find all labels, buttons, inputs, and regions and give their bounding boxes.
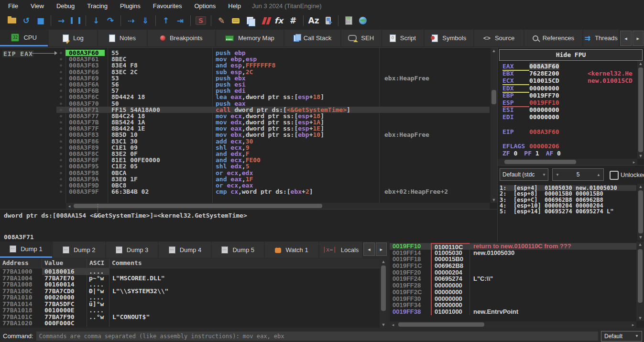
column-header-address[interactable]: Address — [0, 259, 42, 268]
stack-horizontal-scrollbar[interactable]: ◂ ▸ — [390, 321, 636, 328]
disasm-horizontal-scrollbar[interactable]: ◂ — [66, 203, 490, 209]
dump-row[interactable]: 77BA1020000F000C — [0, 320, 380, 327]
toolbar-button-function[interactable]: fx — [272, 14, 286, 27]
disasm-row[interactable]: ●008A3F71FF15 54A18A00call dword ptr ds:… — [56, 107, 490, 113]
tab-watch1[interactable]: Watch 1 — [265, 242, 318, 258]
arguments-vertical-scrollbar[interactable]: ▲ ▼ — [637, 184, 644, 240]
tab-script[interactable]: {}Script — [382, 30, 424, 46]
register-row[interactable]: EAX008A3F60 — [502, 63, 636, 70]
registers-horizontal-scrollbar[interactable]: ▸ — [498, 159, 637, 165]
disasm-row[interactable]: ●008A3F6A56push esi — [56, 81, 490, 88]
breakpoint-dot[interactable]: ● — [56, 188, 65, 195]
disasm-row[interactable]: ●008A3F6383E4 F8and esp,FFFFFFF8 — [56, 62, 490, 68]
tab-dump1[interactable]: Dump 1 — [0, 242, 52, 258]
dump-row[interactable]: 77BA100C77BA7CD0Ð|°wL"\\SYSTEM32\\" — [0, 288, 380, 295]
stack-row[interactable]: 0019FF2C00000000 — [390, 289, 636, 296]
toolbar-button-assemble[interactable]: Aᴢ — [306, 14, 321, 27]
register-row[interactable]: ZF 0PF 1AF 0 — [502, 150, 636, 157]
breakpoint-dot[interactable]: ● — [56, 132, 65, 138]
register-row[interactable]: EBX7628E200<kernel32.He — [502, 70, 636, 77]
dump-tab-scroll-right-button[interactable]: ▸ — [376, 243, 387, 256]
breakpoint-dot[interactable]: ● — [56, 69, 65, 75]
breakpoint-dot[interactable]: ● — [56, 144, 65, 151]
disasm-row[interactable]: ●008A3F6953push ebxebx:HeapFree — [56, 75, 490, 81]
menu-item-file[interactable]: File — [2, 1, 24, 11]
disassembly-pane[interactable]: EIP EAX ●008A3F6055push ebp●008A3F618BEC… — [0, 47, 497, 209]
tab-scroll-right-button[interactable]: ▸ — [633, 31, 644, 46]
tab-threads[interactable]: ⇉Threads — [583, 30, 619, 46]
tab-dump4[interactable]: Dump 4 — [159, 242, 211, 258]
toolbar-button-bookmark[interactable] — [257, 14, 272, 27]
breakpoint-dot[interactable]: ● — [56, 151, 65, 157]
unlocked-checkbox[interactable] — [610, 171, 619, 180]
dump-row[interactable]: 77BA101C77BA7F90..°wL"CONOUT$" — [0, 314, 380, 320]
toolbar-button-globe[interactable] — [356, 14, 370, 27]
disasm-row[interactable]: ●008A3F95C1E2 05shl edx,5 — [56, 163, 490, 169]
toolbar-button-execute-till-return[interactable]: ↑ — [159, 14, 173, 27]
disasm-row[interactable]: ●008A3F6C8D4424 18lea eax,dword ptr ss:[… — [56, 94, 490, 100]
menu-item-tracing[interactable]: Tracing — [81, 1, 114, 11]
toolbar-button-label[interactable] — [243, 14, 257, 27]
disasm-row[interactable]: ●008A3F8683C1 30add ecx,30 — [56, 138, 490, 144]
stack-row[interactable]: 0019FF1C006962B8 — [390, 263, 636, 269]
register-row[interactable]: ESP0019FF10 — [502, 99, 636, 106]
dump-row[interactable]: 77BA100477BA7E70p~°wL"MSCOREE.DLL" — [0, 275, 380, 282]
registers-pane[interactable]: Hide FPU EAX008A3F60EBX7628E200<kernel32… — [497, 47, 644, 165]
argument-row[interactable]: 3: [esp+C] 006962B8 006962B8 — [500, 197, 636, 203]
breakpoint-dot[interactable]: ● — [56, 75, 65, 81]
tab-dump5[interactable]: Dump 5 — [212, 242, 264, 258]
toolbar-button-step-over[interactable]: ↷ — [103, 14, 118, 27]
command-profile-dropdown[interactable]: Default ▼ — [601, 331, 642, 342]
dump-vertical-scrollbar[interactable]: ▲ ▼ — [380, 259, 387, 328]
stack-row[interactable]: 0019FF2400695274L"C:\\" — [390, 276, 636, 282]
breakpoint-dot[interactable]: ● — [56, 163, 65, 169]
spinner-down-icon[interactable]: ▼ — [556, 173, 559, 177]
stack-row[interactable]: 0019FF3000000000 — [390, 296, 636, 302]
tab-dump3[interactable]: Dump 3 — [106, 242, 158, 258]
tab-log[interactable]: Log — [49, 30, 97, 46]
tab-locals[interactable]: |x=|Locals — [319, 242, 362, 258]
register-row[interactable]: EBP0019FF70 — [502, 92, 636, 99]
breakpoint-dot[interactable]: ● — [56, 138, 65, 144]
dump-pane[interactable]: Dump 1Dump 2Dump 3Dump 4Dump 5Watch 1|x=… — [0, 242, 387, 328]
spinner-up-icon[interactable]: ▲ — [597, 173, 600, 177]
menu-item-view[interactable]: View — [24, 1, 50, 11]
dump-row[interactable]: 77BA101000020000.... — [0, 294, 380, 301]
argument-row[interactable]: 5: [esp+14] 00695274 00695274 L" — [500, 209, 636, 214]
breakpoint-dot[interactable]: ● — [56, 100, 65, 107]
stack-pane[interactable]: 0019FF100100110Creturn to new.0100110C f… — [390, 242, 644, 328]
breakpoint-dot[interactable]: ● — [56, 56, 65, 62]
dump-row[interactable]: 77BA100000180016.... — [0, 268, 380, 275]
register-row[interactable]: EDX00000000 — [502, 85, 636, 92]
toolbar-button-patch[interactable]: ✎ — [214, 14, 229, 27]
argument-count-spinner[interactable]: ▼ 5 ▲ — [552, 168, 604, 181]
stack-row[interactable]: 0019FF2800000000 — [390, 282, 636, 289]
breakpoint-dot[interactable]: ● — [56, 125, 65, 132]
menu-item-options[interactable]: Options — [188, 1, 222, 11]
toolbar-button-calculator[interactable] — [341, 14, 356, 27]
tab-seh[interactable]: SEH — [341, 30, 381, 46]
disasm-row[interactable]: ●008A3F9A83E0 1Fand eax,1F — [56, 176, 490, 182]
toolbar-button-run[interactable]: → — [54, 14, 68, 27]
calling-convention-dropdown[interactable]: Default (stdc ▼ — [500, 168, 548, 181]
disasm-row[interactable]: ●008A3F838B5D 10mov ebx,dword ptr ss:[eb… — [56, 132, 490, 138]
menu-item-debug[interactable]: Debug — [50, 1, 81, 11]
stack-row[interactable]: 0019FF18000015B0 — [390, 256, 636, 263]
toolbar-button-comment[interactable] — [229, 14, 243, 27]
column-header-value[interactable]: Value — [42, 259, 87, 268]
register-row[interactable]: ECX010015CDnew.010015CD — [502, 77, 636, 84]
tab-source[interactable]: <>Source — [474, 30, 523, 46]
command-input[interactable] — [36, 331, 598, 341]
registers-vertical-scrollbar[interactable]: ▲ ▼ — [637, 61, 644, 159]
toolbar-button-step-out[interactable]: ⇓ — [138, 14, 153, 27]
breakpoint-dot[interactable]: ● — [56, 94, 65, 100]
menu-item-help[interactable]: Help — [222, 1, 247, 11]
column-header-comments[interactable]: Comments — [109, 259, 380, 268]
breakpoint-dot[interactable]: ● — [56, 119, 65, 125]
register-row[interactable]: EFLAGS00000206 — [502, 143, 636, 150]
toolbar-button-source-mode[interactable]: S — [194, 14, 208, 27]
tab-breakpoints[interactable]: Breakpoints — [148, 30, 215, 46]
dump-row[interactable]: 77BA101477BA5DFCü]°w — [0, 301, 380, 308]
hide-fpu-button[interactable]: Hide FPU — [499, 49, 643, 61]
toolbar-button-attach[interactable] — [321, 14, 335, 27]
